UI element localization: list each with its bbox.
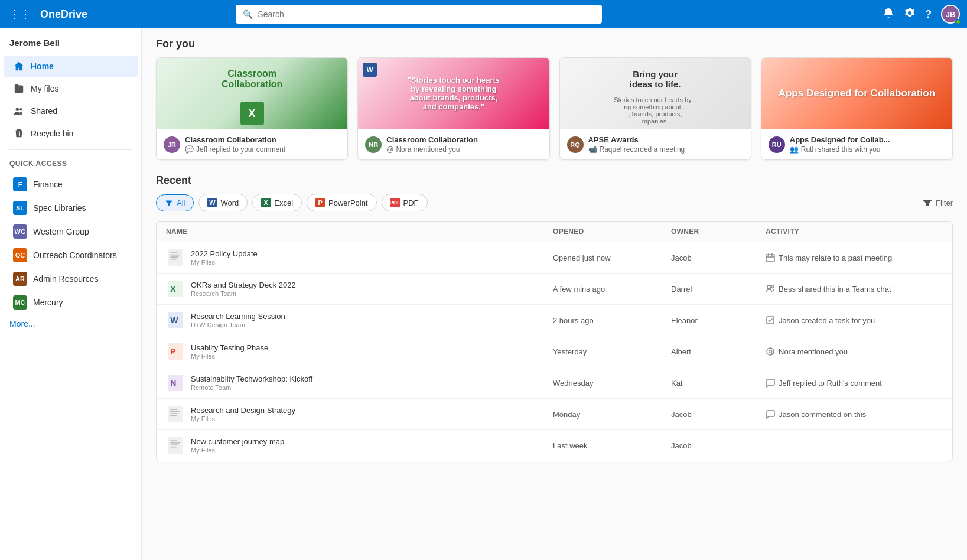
sidebar-home-label: Home xyxy=(31,61,54,71)
table-row[interactable]: X OKRs and Strategy Deck 2022 Research T… xyxy=(157,274,952,305)
finance-badge: F xyxy=(13,177,27,191)
card-3-thumb-text: Bring yourideas to life. xyxy=(623,62,688,96)
col-opened: Opened xyxy=(553,227,671,236)
file-2-meta: OKRs and Strategy Deck 2022 Research Tea… xyxy=(191,281,296,297)
filter-all[interactable]: All xyxy=(156,194,194,211)
card-4-thumb-text: Apps Designed for Collaboration xyxy=(771,80,942,106)
sidebar-item-recycle-bin[interactable]: Recycle bin xyxy=(4,123,138,144)
file-name-cell: W Research Learning Session D+W Design T… xyxy=(166,311,553,330)
table-header: Name Opened Owner Activity xyxy=(157,222,952,242)
table-row[interactable]: W Research Learning Session D+W Design T… xyxy=(157,305,952,336)
col-owner: Owner xyxy=(671,227,766,236)
card-2-meta: Classroom Collaboration @ Nora mentioned… xyxy=(386,135,478,154)
file-name-cell: Research and Design Strategy My Files xyxy=(166,405,553,424)
file-3-opened: 2 hours ago xyxy=(553,316,671,325)
mercury-badge: MC xyxy=(13,295,27,310)
table-row[interactable]: N Sustainablity Techworkshop: Kickoff Re… xyxy=(157,367,952,399)
topbar: ⋮⋮ OneDrive 🔍 ? JB xyxy=(0,0,967,28)
file-1-activity: This may relate to a past meeting xyxy=(766,253,943,262)
ppt-filter-icon: P xyxy=(315,198,325,207)
table-row[interactable]: 2022 Policy Update My Files Opened just … xyxy=(157,242,952,274)
file-6-activity: Jason commented on this xyxy=(766,409,943,419)
sidebar-item-outreach-coordinators[interactable]: OC Outreach Coordinators xyxy=(4,244,138,266)
sidebar-item-mercury[interactable]: MC Mercury xyxy=(4,291,138,314)
notification-icon[interactable] xyxy=(883,7,894,22)
file-4-opened: Yesterday xyxy=(553,347,671,356)
table-row[interactable]: New customer journey map My Files Last w… xyxy=(157,430,952,461)
filter-pdf[interactable]: PDF PDF xyxy=(382,194,428,211)
sidebar-item-admin-resources[interactable]: AR Admin Resources xyxy=(4,268,138,290)
file-3-owner: Eleanor xyxy=(671,316,766,325)
settings-icon[interactable] xyxy=(904,7,916,22)
card-3-activity: 📹 Raquel recorded a meeting xyxy=(588,145,685,154)
file-7-location: My Files xyxy=(191,447,284,454)
card-2-activity: @ Nora mentioned you xyxy=(386,145,478,154)
card-2-word-icon: W xyxy=(363,63,377,77)
sidebar-item-spec-libraries[interactable]: SL Spec Libraries xyxy=(4,197,138,219)
outreach-coordinators-label: Outreach Coordinators xyxy=(33,250,117,260)
sidebar-item-my-files[interactable]: My files xyxy=(4,78,138,99)
svg-rect-30 xyxy=(170,447,177,448)
card-3-info-row: RQ APSE Awards 📹 Raquel recorded a meeti… xyxy=(567,135,744,154)
card-classroom-collaboration-2[interactable]: "Stories touch our heartsby revealing so… xyxy=(357,57,549,160)
file-icon-excel: X xyxy=(166,279,185,298)
card-2-thumb-overlay: "Stories touch our heartsby revealing so… xyxy=(358,58,549,129)
svg-rect-27 xyxy=(170,440,177,441)
svg-point-18 xyxy=(769,350,772,353)
file-6-location: My Files xyxy=(191,415,295,422)
avatar-container[interactable]: JB xyxy=(941,5,960,24)
card-apse-awards[interactable]: Bring yourideas to life. Stories touch o… xyxy=(559,57,751,160)
search-input[interactable] xyxy=(258,9,595,19)
file-icon-generic xyxy=(166,248,185,267)
svg-rect-28 xyxy=(170,442,180,444)
card-classroom-collaboration-1[interactable]: ClassroomCollaboration X JR Classroom Co… xyxy=(156,57,348,160)
card-3-thumb-sub: Stories touch our hearts by...ng somethi… xyxy=(607,96,704,125)
admin-resources-label: Admin Resources xyxy=(33,274,99,284)
mercury-label: Mercury xyxy=(33,298,63,307)
card-1-info: JR Classroom Collaboration 💬 Jeff replie… xyxy=(157,129,347,159)
table-row[interactable]: Research and Design Strategy My Files Mo… xyxy=(157,399,952,430)
file-4-activity: Nora mentioned you xyxy=(766,347,943,356)
filter-powerpoint[interactable]: P PowerPoint xyxy=(307,194,376,211)
file-3-activity: Jason created a task for you xyxy=(766,315,943,325)
mention-icon xyxy=(766,347,775,356)
svg-rect-3 xyxy=(170,252,177,253)
search-bar[interactable]: 🔍 xyxy=(236,5,602,24)
filter-word[interactable]: W Word xyxy=(198,194,248,211)
table-row[interactable]: P Usablity Testing Phase My Files Yester… xyxy=(157,336,952,367)
file-1-name: 2022 Policy Update xyxy=(191,249,258,258)
waffle-icon[interactable]: ⋮⋮ xyxy=(7,5,33,23)
task-icon xyxy=(766,315,775,325)
file-4-name: Usablity Testing Phase xyxy=(191,343,268,352)
card-3-thumbnail: Bring yourideas to life. Stories touch o… xyxy=(560,58,751,129)
all-icon xyxy=(165,198,173,207)
card-apps-designed[interactable]: Apps Designed for Collaboration RU Apps … xyxy=(761,57,953,160)
filter-excel[interactable]: X Excel xyxy=(252,194,302,211)
card-4-title: Apps Designed for Collab... xyxy=(790,135,890,144)
card-1-activity-icon: 💬 xyxy=(185,145,194,154)
excel-filter-icon: X xyxy=(261,198,271,207)
home-icon xyxy=(13,60,25,72)
sidebar-item-finance[interactable]: F Finance xyxy=(4,173,138,196)
svg-text:W: W xyxy=(170,315,178,325)
file-3-name: Research Learning Session xyxy=(191,312,285,321)
sidebar-item-home[interactable]: Home xyxy=(4,56,138,77)
filter-button[interactable]: Filter xyxy=(923,198,953,207)
file-4-owner: Albert xyxy=(671,347,766,356)
svg-rect-25 xyxy=(170,415,177,416)
svg-rect-7 xyxy=(766,255,774,262)
more-link[interactable]: More... xyxy=(0,314,141,333)
sidebar-item-shared[interactable]: Shared xyxy=(4,100,138,122)
card-4-info-row: RU Apps Designed for Collab... 👥 Ruth sh… xyxy=(769,135,945,154)
card-1-activity: 💬 Jeff replied to your comment xyxy=(185,145,285,154)
outreach-coordinators-badge: OC xyxy=(13,248,27,262)
file-1-opened: Opened just now xyxy=(553,253,671,262)
col-name: Name xyxy=(166,227,553,236)
comment-icon xyxy=(766,378,775,388)
card-2-info: NR Classroom Collaboration @ Nora mentio… xyxy=(358,129,549,159)
filter-row: All W Word X Excel P PowerPoint PDF PDF … xyxy=(156,194,953,211)
my-files-icon xyxy=(13,83,25,95)
help-icon[interactable]: ? xyxy=(925,8,932,21)
file-6-opened: Monday xyxy=(553,410,671,419)
sidebar-item-western-group[interactable]: WG Western Group xyxy=(4,220,138,243)
